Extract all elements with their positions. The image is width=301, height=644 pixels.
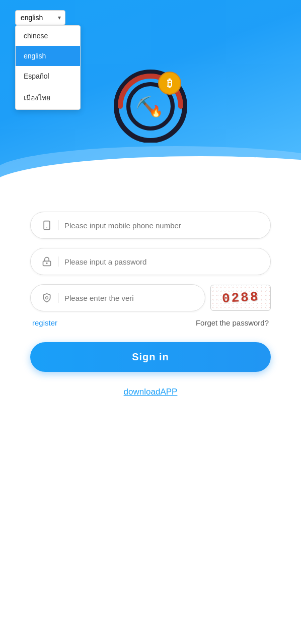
signin-button[interactable]: Sign in bbox=[30, 342, 271, 372]
login-form: 0288 register Forget the password? Sign … bbox=[0, 191, 301, 412]
captcha-input-group bbox=[30, 284, 205, 311]
svg-rect-6 bbox=[44, 221, 50, 230]
language-current-label: english bbox=[21, 14, 43, 22]
phone-divider bbox=[58, 220, 58, 230]
phone-input[interactable] bbox=[64, 221, 260, 230]
password-input-group bbox=[30, 248, 271, 275]
password-input[interactable] bbox=[64, 257, 260, 266]
language-selector[interactable]: english chinese english Español เมืองไทย bbox=[15, 10, 65, 25]
action-links-row: register Forget the password? bbox=[30, 318, 271, 327]
password-divider bbox=[58, 256, 58, 267]
phone-input-group bbox=[30, 212, 271, 239]
captcha-row: 0288 bbox=[30, 284, 271, 311]
lock-icon bbox=[41, 255, 53, 268]
captcha-divider bbox=[58, 293, 58, 303]
captcha-image[interactable]: 0288 bbox=[210, 285, 271, 311]
logo: ₿ ⛏️ 🔥 bbox=[110, 62, 191, 145]
register-link[interactable]: register bbox=[32, 318, 57, 327]
phone-icon bbox=[41, 219, 53, 231]
lang-option-english[interactable]: english bbox=[16, 46, 80, 66]
svg-point-9 bbox=[46, 263, 47, 264]
captcha-input[interactable] bbox=[64, 294, 195, 302]
captcha-code: 0288 bbox=[221, 289, 260, 306]
lang-option-espanol[interactable]: Español bbox=[16, 66, 80, 86]
shield-icon bbox=[41, 292, 53, 304]
lang-option-thai[interactable]: เมืองไทย bbox=[16, 86, 80, 109]
language-select-button[interactable]: english bbox=[15, 10, 65, 25]
language-dropdown-menu: chinese english Español เมืองไทย bbox=[15, 25, 81, 110]
wave-decoration-2 bbox=[0, 164, 301, 191]
svg-text:🔥: 🔥 bbox=[149, 104, 163, 118]
lang-option-chinese[interactable]: chinese bbox=[16, 26, 80, 46]
wave-decoration-1 bbox=[0, 146, 301, 181]
download-app-link[interactable]: downloadAPP bbox=[30, 387, 271, 397]
svg-text:₿: ₿ bbox=[167, 78, 172, 89]
forgot-password-link[interactable]: Forget the password? bbox=[196, 318, 269, 327]
svg-point-10 bbox=[46, 297, 48, 299]
